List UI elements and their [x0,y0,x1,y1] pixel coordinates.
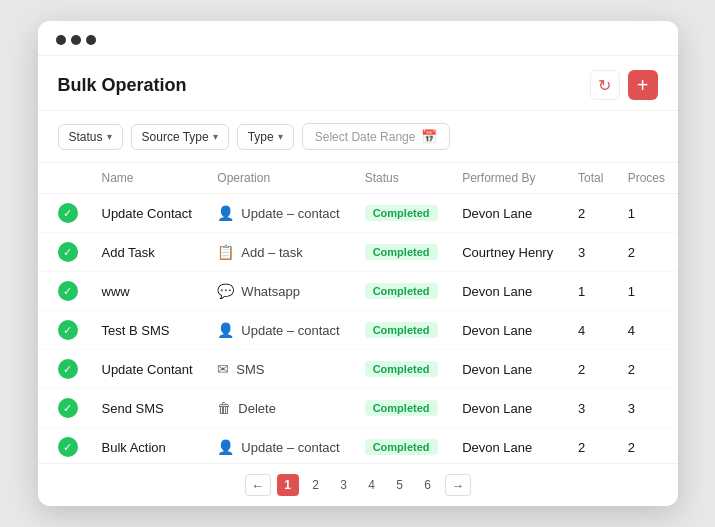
check-icon: ✓ [58,203,78,223]
filter-type[interactable]: Type ▾ [237,124,294,150]
row-operation: 👤 Update – contact [205,194,352,233]
row-name: Add Task [90,233,206,272]
row-operation: 💬 Whatsapp [205,272,352,311]
col-name: Name [90,163,206,194]
row-total: 3 [566,389,616,428]
row-check: ✓ [38,389,90,428]
row-check: ✓ [38,194,90,233]
status-badge: Completed [365,361,438,377]
operation-icon: 👤 [217,205,234,221]
table-header-row: Name Operation Status Performed By Total… [38,163,678,194]
row-status: Completed [353,428,451,464]
filter-status[interactable]: Status ▾ [58,124,123,150]
chevron-down-icon: ▾ [107,131,112,142]
status-badge: Completed [365,205,438,221]
page-4[interactable]: 4 [361,474,383,496]
row-name: Update Contact [90,194,206,233]
row-total: 1 [566,272,616,311]
row-total: 4 [566,311,616,350]
bulk-operations-table: Name Operation Status Performed By Total… [38,163,678,463]
check-icon: ✓ [58,398,78,418]
operation-icon: ✉ [217,361,229,377]
row-process: 1 [616,194,678,233]
row-check: ✓ [38,428,90,464]
date-range-label: Select Date Range [315,130,416,144]
status-badge: Completed [365,244,438,260]
operation-icon: 🗑 [217,400,231,416]
row-performed-by: Devon Lane [450,194,566,233]
filter-type-label: Type [248,130,274,144]
status-badge: Completed [365,400,438,416]
table-row[interactable]: ✓ Test B SMS 👤 Update – contact Complete… [38,311,678,350]
row-name: Test B SMS [90,311,206,350]
next-page-button[interactable]: → [445,474,471,496]
row-performed-by: Devon Lane [450,389,566,428]
page-2[interactable]: 2 [305,474,327,496]
row-status: Completed [353,272,451,311]
row-process: 2 [616,428,678,464]
refresh-button[interactable]: ↻ [590,70,620,100]
row-operation: 👤 Update – contact [205,428,352,464]
row-status: Completed [353,311,451,350]
row-total: 2 [566,194,616,233]
title-bar [38,21,678,56]
row-performed-by: Devon Lane [450,428,566,464]
window-dot-3 [86,35,96,45]
row-check: ✓ [38,272,90,311]
operation-label: Whatsapp [241,284,300,299]
table-row[interactable]: ✓ www 💬 Whatsapp Completed Devon Lane 1 … [38,272,678,311]
row-name: Update Contant [90,350,206,389]
check-icon: ✓ [58,359,78,379]
chevron-down-icon: ▾ [213,131,218,142]
operation-label: SMS [236,362,264,377]
operation-icon: 👤 [217,322,234,338]
add-button[interactable]: + [628,70,658,100]
filter-source-type[interactable]: Source Type ▾ [131,124,229,150]
window-dot-1 [56,35,66,45]
filter-bar: Status ▾ Source Type ▾ Type ▾ Select Dat… [38,111,678,163]
operation-label: Delete [238,401,276,416]
operation-label: Update – contact [241,206,339,221]
table-row[interactable]: ✓ Add Task 📋 Add – task Completed Courtn… [38,233,678,272]
check-icon: ✓ [58,242,78,262]
operation-label: Add – task [241,245,302,260]
table-row[interactable]: ✓ Bulk Action 👤 Update – contact Complet… [38,428,678,464]
check-icon: ✓ [58,320,78,340]
table-row[interactable]: ✓ Send SMS 🗑 Delete Completed Devon Lane… [38,389,678,428]
row-operation: 🗑 Delete [205,389,352,428]
row-total: 2 [566,428,616,464]
row-check: ✓ [38,311,90,350]
page-1[interactable]: 1 [277,474,299,496]
row-operation: 📋 Add – task [205,233,352,272]
main-window: Bulk Operation ↻ + Status ▾ Source Type … [38,21,678,506]
pagination: ← 1 2 3 4 5 6 → [38,463,678,506]
row-name: Send SMS [90,389,206,428]
row-check: ✓ [38,233,90,272]
row-process: 1 [616,272,678,311]
row-process: 4 [616,311,678,350]
col-check [38,163,90,194]
page-header: Bulk Operation ↻ + [38,56,678,111]
page-6[interactable]: 6 [417,474,439,496]
page-title: Bulk Operation [58,75,187,96]
row-process: 2 [616,350,678,389]
col-status: Status [353,163,451,194]
status-badge: Completed [365,283,438,299]
page-5[interactable]: 5 [389,474,411,496]
row-total: 3 [566,233,616,272]
row-status: Completed [353,194,451,233]
row-performed-by: Devon Lane [450,311,566,350]
table-row[interactable]: ✓ Update Contact 👤 Update – contact Comp… [38,194,678,233]
prev-page-button[interactable]: ← [245,474,271,496]
filter-source-type-label: Source Type [142,130,209,144]
page-3[interactable]: 3 [333,474,355,496]
table-row[interactable]: ✓ Update Contant ✉ SMS Completed Devon L… [38,350,678,389]
calendar-icon: 📅 [421,129,437,144]
date-range-filter[interactable]: Select Date Range 📅 [302,123,451,150]
col-total: Total [566,163,616,194]
chevron-down-icon: ▾ [278,131,283,142]
operation-icon: 💬 [217,283,234,299]
col-process: Proces [616,163,678,194]
operation-icon: 📋 [217,244,234,260]
check-icon: ✓ [58,281,78,301]
